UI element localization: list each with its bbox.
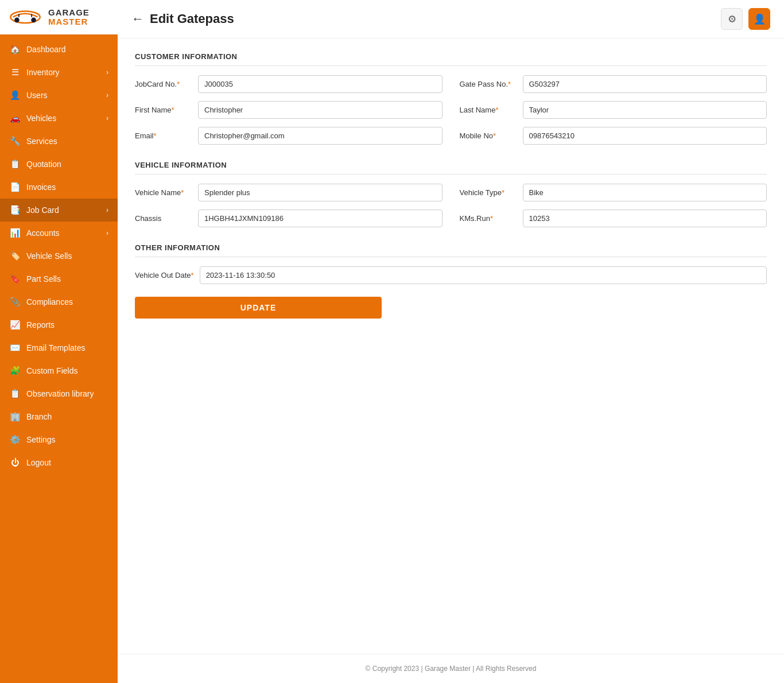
vehicle-name-label: Vehicle Name* (135, 188, 192, 197)
email-group: Email* (135, 127, 443, 145)
part-sells-icon: 🔖 (9, 274, 21, 284)
first-name-input[interactable] (198, 101, 443, 119)
chassis-input[interactable] (198, 209, 443, 227)
kms-run-input[interactable] (523, 209, 767, 227)
sidebar-item-accounts[interactable]: 📊 Accounts › (0, 222, 118, 245)
sidebar-item-observation-library[interactable]: 📋 Observation library (0, 382, 118, 405)
brand-garage: GARAGE (48, 8, 90, 18)
sidebar-item-invoices[interactable]: 📄 Invoices (0, 176, 118, 199)
kms-run-label: KMs.Run* (460, 214, 517, 223)
sidebar-item-vehicles[interactable]: 🚗 Vehicles › (0, 107, 118, 130)
sidebar-label-users: Users (26, 91, 48, 100)
mobile-group: Mobile No* (460, 127, 767, 145)
sidebar-label-jobcard: Job Card (26, 205, 59, 215)
sidebar-item-part-sells[interactable]: 🔖 Part Sells (0, 267, 118, 290)
invoices-icon: 📄 (9, 182, 21, 192)
last-name-label: Last Name* (460, 106, 517, 114)
sidebar-item-quotation[interactable]: 📋 Quotation (0, 153, 118, 176)
mobile-label: Mobile No* (460, 131, 517, 140)
chevron-icon: › (106, 91, 108, 99)
sidebar-item-logout[interactable]: ⏻ Logout (0, 451, 118, 474)
customer-row-1: JobCard No.* Gate Pass No.* (135, 75, 767, 93)
sidebar-label-vehicle-sells: Vehicle Sells (26, 251, 72, 261)
vehicle-type-group: Vehicle Type* (460, 184, 767, 201)
vehicle-name-input[interactable] (198, 184, 443, 201)
update-button[interactable]: UPDATE (135, 297, 382, 319)
settings-button[interactable]: ⚙ (721, 8, 743, 30)
customer-row-3: Email* Mobile No* (135, 127, 767, 145)
vehicle-section-title: VEHICLE INFORMATION (135, 161, 767, 174)
vehicle-type-label: Vehicle Type* (460, 188, 517, 197)
chevron-icon: › (106, 114, 108, 122)
last-name-input[interactable] (523, 101, 767, 119)
sidebar-label-logout: Logout (26, 458, 51, 467)
vehicle-sells-icon: 🏷️ (9, 251, 21, 261)
jobcard-no-label: JobCard No.* (135, 80, 192, 88)
sidebar-item-users[interactable]: 👤 Users › (0, 84, 118, 107)
gatepass-no-label: Gate Pass No.* (460, 80, 517, 88)
user-button[interactable]: 👤 (748, 8, 770, 30)
vehicle-name-group: Vehicle Name* (135, 184, 443, 201)
last-name-group: Last Name* (460, 101, 767, 119)
sidebar-label-invoices: Invoices (26, 183, 56, 192)
dashboard-icon: 🏠 (9, 44, 21, 55)
sidebar-item-branch[interactable]: 🏢 Branch (0, 405, 118, 428)
sidebar-label-inventory: Inventory (26, 68, 60, 77)
sidebar-label-email-templates: Email Templates (26, 343, 85, 352)
email-templates-icon: ✉️ (9, 343, 21, 353)
email-label: Email* (135, 131, 192, 140)
sidebar-item-custom-fields[interactable]: 🧩 Custom Fields (0, 359, 118, 382)
sidebar-label-part-sells: Part Sells (26, 274, 61, 284)
sidebar: GARAGE MASTER 🏠 Dashboard ☰ Inventory › … (0, 0, 118, 683)
gear-icon: ⚙ (728, 13, 736, 25)
sidebar-item-inventory[interactable]: ☰ Inventory › (0, 61, 118, 84)
other-row-1: Vehicle Out Date* (135, 266, 767, 284)
sidebar-label-branch: Branch (26, 412, 52, 421)
first-name-label: First Name* (135, 106, 192, 114)
svg-point-1 (14, 18, 20, 23)
logo-text: GARAGE MASTER (48, 8, 90, 27)
sidebar-item-email-templates[interactable]: ✉️ Email Templates (0, 336, 118, 359)
gatepass-no-input[interactable] (523, 75, 767, 93)
other-section-title: OTHER INFORMATION (135, 243, 767, 257)
top-bar-right: ⚙ 👤 (721, 8, 770, 30)
sidebar-item-services[interactable]: 🔧 Services (0, 130, 118, 153)
customer-info-section: CUSTOMER INFORMATION JobCard No.* Gate P… (135, 52, 767, 145)
sidebar-label-observation-library: Observation library (26, 389, 94, 398)
sidebar-item-reports[interactable]: 📈 Reports (0, 313, 118, 336)
sidebar-label-accounts: Accounts (26, 228, 60, 238)
sidebar-label-vehicles: Vehicles (26, 114, 56, 123)
jobcard-icon: 📑 (9, 205, 21, 215)
first-name-group: First Name* (135, 101, 443, 119)
footer-text: © Copyright 2023 | Garage Master | All R… (366, 665, 537, 673)
services-icon: 🔧 (9, 136, 21, 146)
top-bar-left: ← Edit Gatepass (131, 11, 234, 26)
email-input[interactable] (198, 127, 443, 145)
sidebar-label-dashboard: Dashboard (26, 45, 66, 54)
gatepass-no-group: Gate Pass No.* (460, 75, 767, 93)
vehicle-type-input[interactable] (523, 184, 767, 201)
page-body: CUSTOMER INFORMATION JobCard No.* Gate P… (118, 38, 784, 654)
customer-row-2: First Name* Last Name* (135, 101, 767, 119)
mobile-input[interactable] (523, 127, 767, 145)
chevron-icon: › (106, 229, 108, 237)
vehicle-out-date-input[interactable] (200, 266, 767, 284)
sidebar-label-quotation: Quotation (26, 160, 61, 169)
sidebar-nav: 🏠 Dashboard ☰ Inventory › 👤 Users › 🚗 Ve… (0, 34, 118, 683)
sidebar-item-jobcard[interactable]: 📑 Job Card › (0, 199, 118, 222)
jobcard-no-input[interactable] (198, 75, 443, 93)
sidebar-label-reports: Reports (26, 320, 55, 329)
page-title: Edit Gatepass (150, 11, 234, 26)
sidebar-item-dashboard[interactable]: 🏠 Dashboard (0, 38, 118, 61)
reports-icon: 📈 (9, 320, 21, 330)
chevron-icon: › (106, 206, 108, 214)
sidebar-item-settings[interactable]: ⚙️ Settings (0, 428, 118, 451)
customer-section-title: CUSTOMER INFORMATION (135, 52, 767, 66)
kms-run-group: KMs.Run* (460, 209, 767, 227)
logout-icon: ⏻ (9, 457, 21, 467)
sidebar-item-compliances[interactable]: 📎 Compliances (0, 290, 118, 313)
sidebar-item-vehicle-sells[interactable]: 🏷️ Vehicle Sells (0, 245, 118, 267)
back-button[interactable]: ← (131, 11, 144, 26)
vehicle-out-date-group: Vehicle Out Date* (135, 266, 767, 284)
logo: GARAGE MASTER (0, 0, 118, 34)
